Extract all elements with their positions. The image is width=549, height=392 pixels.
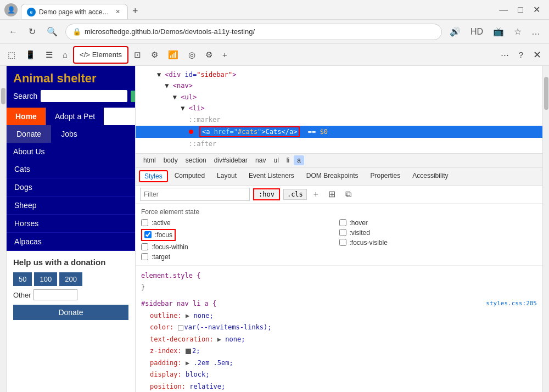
favorites-button[interactable]: ☆ <box>511 24 525 39</box>
more-button[interactable]: … <box>528 25 544 39</box>
network-tab[interactable]: 📶 <box>164 48 183 62</box>
back-button[interactable]: ← <box>5 25 21 39</box>
donate-submit-button[interactable]: Donate <box>13 305 128 320</box>
more-tools-button[interactable]: ⋯ <box>496 48 513 62</box>
left-scrollbar[interactable] <box>0 66 7 392</box>
left-scroll-thumb <box>1 88 5 104</box>
breadcrumb-html[interactable]: html <box>140 155 159 165</box>
performance-tab[interactable]: ◎ <box>184 48 200 62</box>
breadcrumb-nav[interactable]: nav <box>252 155 269 165</box>
state-active-checkbox[interactable] <box>141 219 148 226</box>
elements-tab[interactable]: </> Elements <box>73 46 128 64</box>
nav-about-item[interactable]: About Us <box>7 143 135 160</box>
tab-area: e Demo page with accessibility iss ✕ + <box>21 0 491 19</box>
donation-50-button[interactable]: 50 <box>13 272 32 286</box>
state-hover-checkbox[interactable] <box>339 219 346 226</box>
minimize-button[interactable]: — <box>495 2 512 17</box>
device-toolbar-button[interactable]: 📱 <box>21 48 40 62</box>
state-focus-visible-label: :focus-visible <box>350 239 388 247</box>
nav-adopt-item[interactable]: Adopt a Pet <box>46 108 104 125</box>
search-input[interactable] <box>41 90 127 102</box>
css-element-style-block: element.style { } <box>141 270 537 294</box>
address-bar-input-wrap[interactable]: 🔒 microsoftedge.github.io/Demos/devtools… <box>65 24 442 40</box>
maximize-button[interactable]: □ <box>513 2 528 17</box>
state-focus-visible-checkbox[interactable] <box>339 239 346 246</box>
nav-donate-item[interactable]: Donate <box>7 125 51 143</box>
state-focus-checkbox[interactable] <box>144 231 152 238</box>
tree-line-li: ▼ <li> <box>136 103 542 114</box>
state-focus-within-checkbox[interactable] <box>141 243 148 250</box>
toggle-sidebar-button[interactable]: ☰ <box>41 48 57 62</box>
console-tab[interactable]: ⊡ <box>130 48 145 62</box>
close-button[interactable]: ✕ <box>529 2 545 17</box>
immersive-reader-button[interactable]: HD <box>467 25 486 39</box>
breadcrumb-section[interactable]: section <box>182 155 210 165</box>
nav-jobs-item[interactable]: Jobs <box>51 125 87 143</box>
breadcrumb-ul[interactable]: ul <box>270 155 282 165</box>
inspect-element-button[interactable]: ⬚ <box>3 48 20 62</box>
tab-computed[interactable]: Computed <box>169 170 210 183</box>
state-visited-label: :visited <box>350 229 370 237</box>
tab-accessibility[interactable]: Accessibility <box>407 170 453 183</box>
state-target-checkbox[interactable] <box>141 253 148 260</box>
sources-tab[interactable]: ⚙ <box>147 48 163 62</box>
animal-alpacas[interactable]: Alpacas <box>7 233 135 251</box>
search-button[interactable]: 🔍 <box>43 24 61 39</box>
tab-properties[interactable]: Properties <box>365 170 406 183</box>
animal-sheep[interactable]: Sheep <box>7 197 135 215</box>
help-button[interactable]: ? <box>514 48 528 61</box>
donation-other-input[interactable] <box>33 289 77 300</box>
read-aloud-button[interactable]: 🔊 <box>446 24 464 39</box>
filter-hov-button[interactable]: :hov <box>253 188 280 200</box>
home-button-dt[interactable]: ⌂ <box>58 48 72 61</box>
devtools-scrollbar[interactable] <box>542 66 549 392</box>
cast-button[interactable]: 📺 <box>490 24 507 39</box>
css-prop-outline: outline: ▶ none; <box>141 310 537 322</box>
tree-line-nav: ▼ <nav> <box>136 80 542 91</box>
memory-tab[interactable]: ⚙ <box>201 48 217 62</box>
td-arrow: ▶ <box>217 335 221 343</box>
state-target-label: :target <box>152 253 170 261</box>
animal-horses[interactable]: Horses <box>7 215 135 233</box>
state-visited-checkbox[interactable] <box>339 229 346 236</box>
filter-icon-btn1[interactable]: ⊞ <box>325 188 339 200</box>
filter-icon-btn2[interactable]: ⧉ <box>342 188 355 200</box>
browser-tab[interactable]: e Demo page with accessibility iss ✕ <box>21 4 128 19</box>
css-prop-zindex: z-index: 2; <box>141 345 537 357</box>
breadcrumb-li[interactable]: li <box>283 155 293 165</box>
breadcrumb-bar: html body section div#sidebar nav ul li … <box>136 154 542 168</box>
tab-styles[interactable]: Styles <box>139 170 168 182</box>
nav-home-item[interactable]: Home <box>7 108 46 125</box>
tab-close-btn[interactable]: ✕ <box>114 8 122 16</box>
tab-dom-breakpoints[interactable]: DOM Breakpoints <box>301 170 364 183</box>
breadcrumb-div-sidebar[interactable]: div#sidebar <box>211 155 251 165</box>
breadcrumb-body[interactable]: body <box>160 155 181 165</box>
donation-100-button[interactable]: 100 <box>34 272 57 286</box>
nav-row2: Donate Jobs <box>7 125 135 143</box>
state-focus-visible: :focus-visible <box>339 239 537 247</box>
devtools-close-button[interactable]: ✕ <box>529 47 546 63</box>
state-grid: :active :focus :focus-within :target <box>141 219 537 261</box>
filter-input[interactable] <box>140 188 250 201</box>
search-go-button[interactable]: go <box>131 91 136 102</box>
tree-line-marker: ::marker <box>136 114 542 125</box>
donation-section: Help us with a donation 50 100 200 Other… <box>7 251 135 327</box>
search-label: Search <box>13 92 37 100</box>
filter-add-button[interactable]: + <box>310 188 322 200</box>
add-panel-button[interactable]: + <box>218 48 232 61</box>
css-prop-padding: padding: ▶ .2em .5em; <box>141 357 537 369</box>
filter-cls-button[interactable]: .cls <box>283 189 307 200</box>
reload-button[interactable]: ↻ <box>25 24 39 39</box>
tab-layout[interactable]: Layout <box>211 170 242 183</box>
tab-event-listeners[interactable]: Event Listeners <box>243 170 300 183</box>
donation-200-button[interactable]: 200 <box>59 272 82 286</box>
tree-line-cats-link[interactable]: <a href="#cats">Cats</a> == $0 <box>136 126 542 138</box>
new-tab-button[interactable]: + <box>128 3 143 19</box>
animal-dogs[interactable]: Dogs <box>7 178 135 197</box>
browser-titlebar: 👤 e Demo page with accessibility iss ✕ +… <box>0 0 549 20</box>
css-sidebar-selector-row: #sidebar nav li a { styles.css:205 <box>141 298 537 310</box>
animal-cats[interactable]: Cats <box>7 160 135 178</box>
css-styles-link[interactable]: styles.css:205 <box>486 298 537 309</box>
website-panel: Animal shelter Search go Home Adopt a Pe… <box>7 66 136 392</box>
breadcrumb-a[interactable]: a <box>294 155 304 165</box>
